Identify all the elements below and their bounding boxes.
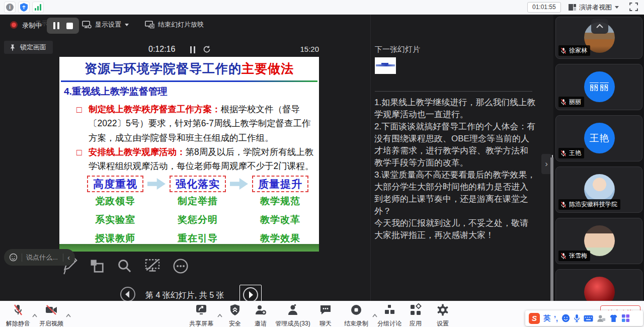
arrow-right-icon xyxy=(147,178,166,190)
slide-box-2: 强化落实 xyxy=(170,176,226,192)
slide-position-label: 第 4 张幻灯片, 共 5 张 xyxy=(145,290,224,301)
participant-name-chip: 陈浩安徽科技学院 xyxy=(558,199,620,210)
apps-icon xyxy=(409,303,422,316)
more-options-button[interactable] xyxy=(173,258,189,276)
note-line: 2.下面谈谈就搞好督导工作的个人体会：有没有围绕课程思政、OBE理念等当前的人才… xyxy=(374,121,536,169)
title-underline xyxy=(61,80,317,82)
ellipsis-icon xyxy=(173,258,189,274)
collapse-video-panel-button[interactable]: › xyxy=(541,154,551,174)
stop-recording-button[interactable] xyxy=(66,23,73,29)
person-add-icon xyxy=(254,303,267,316)
display-settings-label: 显示设置 xyxy=(95,20,121,29)
camera-muted-icon xyxy=(45,303,58,316)
display-settings-button[interactable]: 显示设置 xyxy=(82,20,129,29)
shield-icon[interactable] xyxy=(18,2,30,13)
view-mode-selector[interactable]: 演讲者视图 xyxy=(569,2,619,13)
slide-sorter-icon xyxy=(90,259,105,274)
participants-panel: 徐家林 丽丽 丽丽 王艳 王艳 陈浩安徽科技学院 张雪梅 xyxy=(553,15,644,301)
voice-input-icon[interactable] xyxy=(574,314,580,322)
end-slideshow-button[interactable]: 结束幻灯片放映 xyxy=(145,20,204,29)
start-video-button[interactable]: 开启视频 xyxy=(37,303,65,327)
participant-tile[interactable]: 张雪梅 xyxy=(555,218,642,264)
user-mode-icon[interactable] xyxy=(597,314,606,322)
slide-column-1: 党政领导系实验室授课教师 xyxy=(87,195,143,251)
recording-controls xyxy=(47,18,79,34)
pin-icon xyxy=(9,44,16,51)
speaker-notes: 1.如果线上教学继续进行，那么我们线上教学观摩活动也一直进行。 2.下面谈谈就搞… xyxy=(374,97,536,241)
network-signal-icon[interactable] xyxy=(32,2,44,13)
screen-slash-icon xyxy=(144,257,161,274)
participant-name-chip: 张雪梅 xyxy=(558,251,590,261)
emoji-icon[interactable] xyxy=(9,253,18,262)
info-icon[interactable]: i xyxy=(4,2,16,13)
magnifier-icon xyxy=(117,258,132,274)
next-slide-header: 下一张幻灯片 xyxy=(375,45,420,54)
share-screen-button[interactable]: 共享屏幕 xyxy=(187,303,215,327)
chat-button[interactable]: 聊天 xyxy=(315,303,336,327)
mic-options-chevron[interactable] xyxy=(32,310,37,319)
next-slide-thumbnail[interactable] xyxy=(375,57,396,74)
meeting-duration: 01:01:55 xyxy=(527,2,561,13)
share-screen-icon xyxy=(195,303,208,316)
slide-footer-bar xyxy=(59,244,319,252)
avatar: 王艳 xyxy=(584,123,615,153)
black-screen-button[interactable] xyxy=(144,257,161,276)
collapse-panel-button[interactable] xyxy=(591,19,608,34)
note-line: 1.如果线上教学继续进行，那么我们线上教学观摩活动也一直进行。 xyxy=(374,97,536,121)
avatar: 丽丽 xyxy=(584,71,615,102)
zoom-slide-button[interactable] xyxy=(117,258,132,276)
slide-title: 资源与环境学院督导工作的主要做法 xyxy=(59,60,319,77)
stop-recording-button[interactable]: 结束录制 xyxy=(342,303,371,327)
sogou-logo-icon[interactable]: S xyxy=(529,313,540,324)
monitor-gear-icon xyxy=(82,21,92,29)
slideshow-timer: 0:12:16 xyxy=(148,45,175,54)
person-icon xyxy=(286,303,299,316)
ime-language-toggle[interactable]: 英 xyxy=(543,314,550,323)
slide-column-2: 制定举措奖惩分明重在引导 xyxy=(170,195,226,251)
fullscreen-icon xyxy=(629,3,638,11)
lock-view-button[interactable]: 锁定画面 xyxy=(4,41,53,54)
pause-recording-button[interactable] xyxy=(53,22,59,29)
invite-button[interactable]: 邀请 xyxy=(251,303,271,327)
mic-muted-icon xyxy=(560,99,567,106)
security-button[interactable]: 安全 xyxy=(225,303,245,327)
ime-toolbar: S 英 ’, xyxy=(525,310,643,326)
chevron-down-icon xyxy=(615,6,619,9)
chat-placeholder[interactable]: 说点什么... xyxy=(26,253,59,262)
participant-name-chip: 王艳 xyxy=(558,148,584,158)
panel-divider xyxy=(370,15,371,301)
timer-reset-button[interactable] xyxy=(203,45,211,55)
ime-punctuation-toggle[interactable]: ’, xyxy=(554,314,558,322)
manage-members-button[interactable]: 管理成员(33) xyxy=(272,303,314,327)
timer-pause-button[interactable] xyxy=(190,46,195,53)
view-mode-label: 演讲者视图 xyxy=(579,3,612,12)
keyboard-icon[interactable] xyxy=(584,315,593,322)
participant-tile[interactable]: 王艳 王艳 xyxy=(555,115,642,161)
skin-icon[interactable] xyxy=(609,314,618,322)
presentation-stage: 录制中 显示任务栏 显示设置 结束幻灯片放映 锁定画面 0:12:16 15:2… xyxy=(0,15,644,301)
settings-button[interactable]: 设置 xyxy=(432,303,454,327)
video-options-chevron[interactable] xyxy=(66,310,71,319)
layout-icon xyxy=(569,4,576,11)
participant-name-chip: 丽丽 xyxy=(558,97,584,107)
note-line: 今天我的汇报就到这儿，不妥之处，敬请大家批评指正，再次感谢大家！ xyxy=(374,217,536,241)
unmute-button[interactable]: 解除静音 xyxy=(4,303,32,327)
arrow-left-icon xyxy=(120,286,136,302)
fullscreen-button[interactable] xyxy=(629,3,638,13)
apps-button[interactable]: 应用 xyxy=(405,303,427,327)
breakout-rooms-button[interactable]: 分组讨论 xyxy=(374,303,405,327)
quick-chat-input[interactable]: 说点什么... ‹ xyxy=(4,249,75,266)
toolbox-grid-icon[interactable] xyxy=(621,314,630,322)
share-options-chevron[interactable] xyxy=(217,310,222,319)
participant-tile[interactable]: 徐家林 xyxy=(555,17,642,59)
note-line: 3.课堂质量高不高还要看最后的教学效果，大部分学生大部分时间他的精力是否进入到老… xyxy=(374,169,536,217)
participant-name-chip: 徐家林 xyxy=(558,45,590,56)
recording-indicator-icon xyxy=(10,21,18,29)
slide-box-3: 质量提升 xyxy=(252,176,308,192)
participant-tile[interactable]: 丽丽 丽丽 xyxy=(555,64,642,110)
see-all-slides-button[interactable] xyxy=(90,259,105,276)
emoji-icon[interactable] xyxy=(561,314,570,322)
collapse-chat-icon[interactable]: ‹ xyxy=(67,253,70,262)
participant-tile[interactable] xyxy=(555,269,642,301)
participant-tile[interactable]: 陈浩安徽科技学院 xyxy=(555,167,642,213)
